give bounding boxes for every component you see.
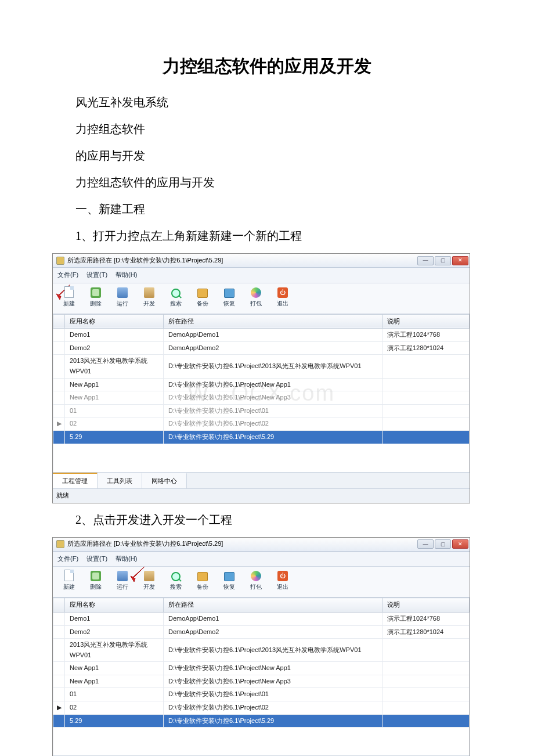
- menu-file[interactable]: 文件(F): [57, 554, 78, 564]
- col-header-path[interactable]: 所在路径: [164, 598, 383, 613]
- table-row[interactable]: New App1D:\专业软件安装\力控6.1\Project\New App1: [53, 378, 470, 391]
- col-header-desc[interactable]: 说明: [383, 314, 470, 329]
- para-3: 的应用与开发: [52, 146, 482, 165]
- col-header-name[interactable]: 应用名称: [65, 598, 164, 613]
- table-row-selected[interactable]: 5.29D:\专业软件安装\力控6.1\Project\5.29: [53, 430, 470, 444]
- menu-bar: 文件(F) 设置(T) 帮助(H): [53, 268, 470, 283]
- table-row[interactable]: New App1D:\专业软件安装\力控6.1\Project\New App3: [53, 675, 470, 688]
- new-file-icon: [64, 286, 74, 298]
- screenshot-new-project: 所选应用路径在 [D:\专业软件安装\力控6.1\Project\5.29] —…: [52, 253, 470, 503]
- section-1-step-2: 2、点击开发进入开发一个工程: [52, 510, 482, 529]
- table-row[interactable]: 01D:\专业软件安装\力控6.1\Project\01: [53, 688, 470, 701]
- table-row[interactable]: ▶02D:\专业软件安装\力控6.1\Project\02: [53, 701, 470, 715]
- toolbar-search-button[interactable]: 搜索: [164, 570, 187, 593]
- app-icon: [56, 257, 64, 265]
- window-titlebar: 所选应用路径在 [D:\专业软件安装\力控6.1\Project\5.29] —…: [53, 254, 470, 268]
- tab-network-center[interactable]: 网络中心: [142, 473, 187, 489]
- menu-help[interactable]: 帮助(H): [116, 270, 137, 280]
- tab-project-manage[interactable]: 工程管理: [53, 473, 98, 489]
- minimize-button[interactable]: —: [417, 256, 434, 265]
- toolbar-search-button[interactable]: 搜索: [164, 287, 187, 310]
- table-row-selected[interactable]: 5.29D:\专业软件安装\力控6.1\Project\5.29: [53, 714, 470, 728]
- table-row[interactable]: New App1D:\专业软件安装\力控6.1\Project\New App3: [53, 391, 470, 405]
- table-row[interactable]: 2013风光互补发电教学系统WPV01D:\专业软件安装\力控6.1\Proje…: [53, 639, 470, 662]
- search-icon: [171, 572, 181, 581]
- disc-icon: [251, 287, 261, 298]
- menu-file[interactable]: 文件(F): [57, 270, 78, 280]
- project-list-table[interactable]: 应用名称 所在路径 说明 Demo1DemoApp\Demo1演示工程1024*…: [53, 597, 470, 728]
- toolbar-exit-button[interactable]: ⏻退出: [271, 570, 294, 593]
- maximize-button[interactable]: ▢: [435, 539, 451, 549]
- toolbar-pack-button[interactable]: 打包: [244, 287, 268, 310]
- backup-icon: [197, 572, 208, 581]
- maximize-button[interactable]: ▢: [435, 256, 451, 265]
- toolbar-exit-button[interactable]: ⏻退出: [271, 287, 294, 310]
- backup-icon: [197, 289, 208, 298]
- new-file-icon: [64, 570, 74, 581]
- col-header-name[interactable]: 应用名称: [65, 314, 164, 329]
- run-icon: [117, 571, 128, 581]
- table-row[interactable]: Demo2DemoApp\Demo2演示工程1280*1024: [53, 625, 470, 639]
- toolbar-restore-button[interactable]: 恢复: [218, 287, 241, 310]
- col-header-marker[interactable]: [53, 314, 65, 329]
- close-button[interactable]: ✕: [452, 539, 468, 549]
- table-row[interactable]: Demo2DemoApp\Demo2演示工程1280*1024: [53, 341, 470, 355]
- develop-icon: [144, 287, 154, 298]
- table-row[interactable]: Demo1DemoApp\Demo1演示工程1024*768: [53, 612, 470, 625]
- window-title: 所选应用路径在 [D:\专业软件安装\力控6.1\Project\5.29]: [67, 539, 223, 549]
- toolbar-run-button[interactable]: 运行: [111, 570, 134, 593]
- table-row[interactable]: 2013风光互补发电教学系统WPV01D:\专业软件安装\力控6.1\Proje…: [53, 355, 470, 378]
- doc-title: 力控组态软件的应用及开发: [52, 52, 482, 80]
- menu-bar: 文件(F) 设置(T) 帮助(H): [53, 552, 470, 567]
- col-header-desc[interactable]: 说明: [383, 598, 470, 613]
- app-icon: [56, 540, 64, 548]
- menu-settings[interactable]: 设置(T): [86, 554, 107, 564]
- minimize-button[interactable]: —: [417, 539, 434, 549]
- menu-help[interactable]: 帮助(H): [116, 554, 137, 564]
- toolbar-new-button[interactable]: 新建: [57, 287, 81, 310]
- para-4: 力控组态软件的应用与开发: [52, 173, 482, 192]
- col-header-marker[interactable]: [53, 598, 65, 613]
- delete-icon: [91, 287, 101, 298]
- status-bar: 就绪: [53, 488, 470, 503]
- menu-settings[interactable]: 设置(T): [86, 270, 107, 280]
- delete-icon: [91, 571, 101, 581]
- restore-icon: [224, 572, 234, 581]
- window-title: 所选应用路径在 [D:\专业软件安装\力控6.1\Project\5.29]: [67, 255, 223, 266]
- screenshot-develop: 所选应用路径在 [D:\专业软件安装\力控6.1\Project\5.29] —…: [52, 537, 470, 756]
- tab-tool-list[interactable]: 工具列表: [98, 473, 142, 489]
- col-header-path[interactable]: 所在路径: [164, 314, 383, 329]
- toolbar: 新建 删除 运行 开发 搜索 备份 恢复 打包 ⏻退出: [53, 283, 470, 314]
- toolbar-delete-button[interactable]: 删除: [84, 287, 107, 310]
- close-button[interactable]: ✕: [452, 256, 468, 265]
- toolbar-pack-button[interactable]: 打包: [244, 570, 268, 593]
- blank-area: [53, 444, 470, 472]
- develop-icon: [144, 571, 154, 581]
- toolbar-new-button[interactable]: 新建: [57, 570, 81, 593]
- toolbar-develop-button[interactable]: 开发: [138, 570, 161, 593]
- para-2: 力控组态软件: [52, 120, 482, 138]
- table-row[interactable]: Demo1DemoApp\Demo1演示工程1024*768: [53, 329, 470, 342]
- section-1-step-1: 1、打开力控点左上角新建新建一个新的工程: [52, 226, 482, 245]
- toolbar-delete-button[interactable]: 删除: [84, 570, 107, 593]
- toolbar-backup-button[interactable]: 备份: [191, 287, 214, 310]
- para-1: 风光互补发电系统: [52, 93, 482, 111]
- table-row[interactable]: 01D:\专业软件安装\力控6.1\Project\01: [53, 404, 470, 417]
- toolbar-develop-button[interactable]: 开发: [138, 287, 161, 310]
- disc-icon: [251, 571, 261, 581]
- window-titlebar: 所选应用路径在 [D:\专业软件安装\力控6.1\Project\5.29] —…: [53, 538, 470, 552]
- run-icon: [117, 287, 128, 298]
- exit-icon: ⏻: [277, 571, 288, 581]
- search-icon: [171, 289, 181, 298]
- toolbar-run-button[interactable]: 运行: [111, 287, 134, 310]
- current-row-marker-icon: ▶: [53, 701, 65, 715]
- toolbar-backup-button[interactable]: 备份: [191, 570, 214, 593]
- table-row[interactable]: New App1D:\专业软件安装\力控6.1\Project\New App1: [53, 662, 470, 675]
- exit-icon: ⏻: [277, 287, 288, 298]
- project-list-table[interactable]: 应用名称 所在路径 说明 Demo1DemoApp\Demo1演示工程1024*…: [53, 314, 470, 444]
- blank-area: [53, 728, 470, 755]
- table-row[interactable]: ▶02D:\专业软件安装\力控6.1\Project\02: [53, 417, 470, 431]
- current-row-marker-icon: ▶: [53, 417, 65, 431]
- bottom-tabbar: 工程管理 工具列表 网络中心: [53, 472, 470, 489]
- toolbar-restore-button[interactable]: 恢复: [218, 570, 241, 593]
